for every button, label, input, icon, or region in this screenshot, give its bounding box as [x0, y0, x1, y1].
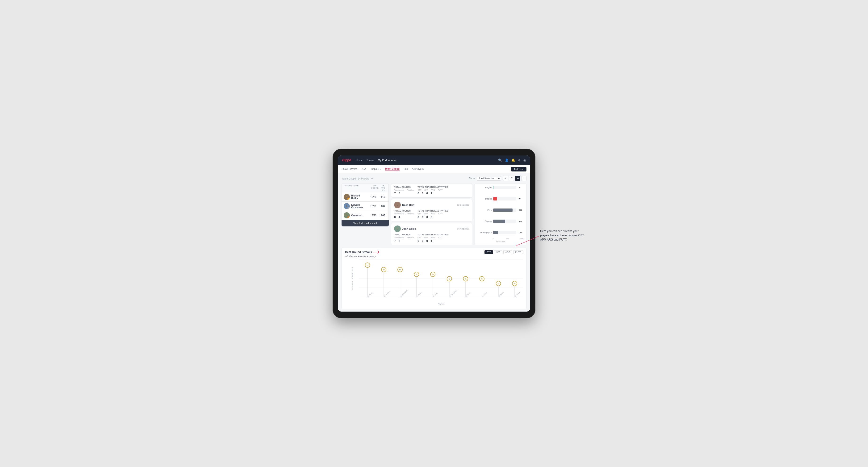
- nav-teams[interactable]: Teams: [367, 159, 374, 161]
- tournament-label: Tournament: [394, 189, 404, 191]
- arg-val: 0: [427, 216, 428, 219]
- chart-view-btn[interactable]: ▦: [515, 176, 520, 181]
- bar-track: [493, 209, 516, 212]
- lb-header-score: PB SCORE: [370, 184, 379, 191]
- team-title: Team Clippd | 14 Players ✏: [342, 177, 373, 180]
- svg-point-0: [517, 245, 517, 246]
- subnav-team-clippd[interactable]: Team Clippd: [385, 167, 400, 171]
- bar-label: D. Bogeys +: [478, 231, 492, 234]
- bar-row: Birdies96: [478, 197, 523, 200]
- table-row[interactable]: 🏌 3 Cameron... 17/20 103: [342, 211, 389, 220]
- card-date: 26 Aug 2023: [457, 228, 469, 230]
- edit-icon[interactable]: ✏: [371, 177, 373, 180]
- player-name-label: D. Ford: [466, 292, 470, 297]
- bar-value: 131: [519, 231, 523, 234]
- logo: clippd: [342, 158, 351, 162]
- bar-fill: [493, 220, 505, 223]
- leaderboard-col: PLAYER NAME PB SCORE PB AVG SQ 🏌 1 Ric: [342, 183, 389, 245]
- streak-bubble: 4x: [463, 276, 468, 281]
- streak-bubble: 5x: [414, 272, 419, 277]
- arg-filter-btn[interactable]: ARG: [503, 250, 512, 254]
- card-header: 🏌 Josh Coles 26 Aug 2023: [394, 225, 469, 232]
- bell-icon[interactable]: 🔔: [512, 158, 515, 162]
- view-full-leaderboard-button[interactable]: View Full Leaderboard: [342, 220, 389, 226]
- subnav-all-players[interactable]: All Players: [412, 167, 424, 171]
- card-player-name: Rees Britt: [402, 204, 414, 206]
- ott-filter-btn[interactable]: OTT: [485, 250, 493, 254]
- table-row[interactable]: 🏌 2 Edward Crossman 18/20 107: [342, 201, 389, 211]
- practice-act-title: Total Practice Activities: [417, 210, 448, 212]
- person-icon[interactable]: 👤: [505, 158, 508, 162]
- bar-value: 96: [519, 198, 523, 200]
- ott-label: OTT: [417, 189, 421, 191]
- practice-label: Practice: [407, 213, 414, 215]
- app-filter-btn[interactable]: APP: [494, 250, 502, 254]
- bar-label: Pars: [478, 209, 492, 211]
- player-name-label: R. Britt: [433, 292, 437, 297]
- team-header: Team Clippd | 14 Players ✏ Show Last 3 m…: [342, 176, 526, 181]
- nav-my-performance[interactable]: My Performance: [378, 159, 397, 161]
- axis-0: 0: [493, 238, 494, 240]
- settings-view-btn[interactable]: ⋮: [521, 176, 526, 181]
- app-val: 0: [422, 216, 424, 219]
- putt-val: 0: [431, 216, 432, 219]
- stat-values: 7 6: [394, 192, 414, 195]
- player-name-label: D. Billingham: [400, 289, 408, 297]
- practice-activities-group: Total Practice Activities OTT APP ARG PU…: [417, 186, 448, 195]
- show-label: Show: [469, 177, 475, 180]
- streaks-subtitle: Off The Tee, Fairway Accuracy: [345, 255, 523, 257]
- dot-col: 4xM. Miller: [474, 259, 490, 297]
- dot-col: 4xD. Ford: [457, 259, 474, 297]
- player-name-label: B. McHarg: [384, 290, 390, 297]
- lb-header-avg: PB AVG SQ: [379, 184, 386, 191]
- dot-col: 3xR. Butler: [490, 259, 506, 297]
- putt-label: PUTT: [438, 213, 443, 215]
- stat-sub-labels: Tournament Practice: [394, 237, 414, 239]
- list-view-btn[interactable]: ☰: [509, 176, 514, 181]
- player-score: 18/20: [369, 205, 378, 208]
- ott-label: OTT: [417, 237, 421, 239]
- bar-value: 499: [519, 209, 523, 211]
- streak-bubble: 6x: [381, 267, 386, 272]
- streak-line: [482, 279, 482, 297]
- player-info: Cameron...: [351, 214, 367, 217]
- user-circle-icon[interactable]: ◉: [523, 158, 526, 162]
- putt-filter-btn[interactable]: PUTT: [513, 250, 523, 254]
- player-info: Edward Crossman: [351, 204, 367, 209]
- putt-label: PUTT: [438, 237, 443, 239]
- plus-circle-icon[interactable]: ⊕: [518, 158, 521, 162]
- show-select[interactable]: Last 3 months Last 6 months Last 12 mont…: [477, 176, 501, 181]
- table-row[interactable]: 🏌 1 Richard Butler 19/20 110: [342, 192, 389, 201]
- ott-val: 0: [417, 216, 419, 219]
- player-name: Cameron...: [351, 214, 367, 217]
- card-stats: Total Rounds Tournament Practice 7 2: [394, 234, 469, 243]
- subnav-right: Add Team: [511, 167, 526, 172]
- stat-values: 8 4: [394, 216, 414, 219]
- app-val: 0: [422, 239, 424, 243]
- stat-values: 7 2: [394, 239, 414, 243]
- main-content: Team Clippd | 14 Players ✏ Show Last 3 m…: [338, 173, 530, 312]
- streak-bubble: 6x: [398, 267, 403, 272]
- add-team-button[interactable]: Add Team: [511, 167, 526, 172]
- subnav-hcaps[interactable]: Hcaps 1-5: [370, 167, 381, 171]
- streak-bubble: 4x: [479, 276, 485, 281]
- stat-title: Total Rounds: [394, 234, 414, 236]
- dot-col: 7xE. Ebert: [359, 259, 375, 297]
- rank-badge: 1: [347, 198, 350, 200]
- grid-view-btn[interactable]: ⊞: [503, 176, 508, 181]
- subnav-pgat[interactable]: PGAT Players: [342, 167, 357, 171]
- practice-activities-group: Total Practice Activities OTT APP ARG PU…: [417, 234, 448, 243]
- total-rounds-group: Total Rounds Tournament Practice 8 4: [394, 210, 414, 219]
- streak-bubble: 7x: [365, 262, 370, 268]
- tournament-val: 7: [394, 192, 396, 195]
- player-avg: 103: [379, 214, 386, 217]
- player-name-label: J. Coles: [416, 292, 422, 297]
- nav-home[interactable]: Home: [356, 159, 363, 161]
- subnav-tour[interactable]: Tour: [403, 167, 408, 171]
- practice-stat-values: 0 0 0 1: [417, 192, 448, 195]
- practice-sub-labels: OTT APP ARG PUTT: [417, 189, 448, 191]
- nav-right: 🔍 👤 🔔 ⊕ ◉: [498, 158, 526, 162]
- subnav-pga[interactable]: PGA: [361, 167, 366, 171]
- dot-col: 6xB. McHarg: [375, 259, 392, 297]
- search-icon[interactable]: 🔍: [498, 158, 502, 162]
